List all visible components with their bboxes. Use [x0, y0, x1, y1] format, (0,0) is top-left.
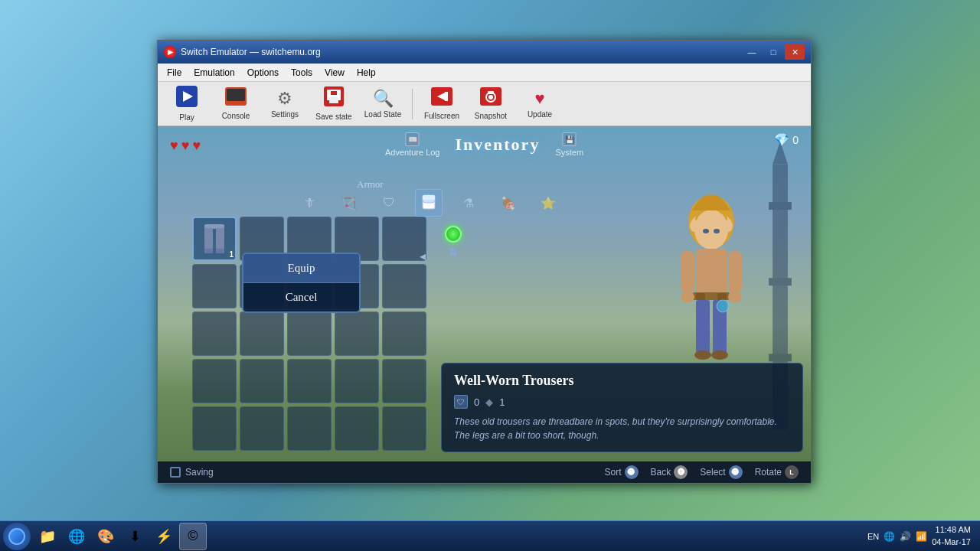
svg-rect-3: [227, 89, 245, 101]
window-controls: — □ ✕: [742, 44, 805, 60]
menubar: File Emulation Options Tools View Help: [158, 64, 811, 82]
select-label: Select: [700, 467, 725, 478]
cancel-button[interactable]: Cancel: [243, 283, 359, 311]
grid-cell-2-0[interactable]: [192, 311, 237, 356]
taskbar-app-file-manager[interactable]: 📁: [34, 523, 61, 550]
svg-rect-42: [681, 251, 694, 293]
grid-cell-2-1[interactable]: [240, 311, 284, 356]
hud-top: ♥ ♥ ♥: [158, 126, 811, 165]
taskbar-apps: 📁 🌐 🎨 ⬇ ⚡ ©: [34, 523, 861, 550]
tab-materials[interactable]: ⚗: [455, 189, 482, 217]
tab-food[interactable]: 🍖: [495, 189, 522, 217]
back-control: Back 🅑: [651, 465, 688, 479]
tab-key-items[interactable]: ⭐: [534, 189, 562, 217]
tab-bows[interactable]: 🏹: [335, 189, 363, 217]
heart-3: ♥: [192, 138, 201, 154]
grid-cell-2-2[interactable]: [287, 311, 332, 356]
item-name: Well-Worn Trousers: [454, 373, 790, 389]
grid-cell-0-0[interactable]: 1: [192, 217, 237, 261]
rotate-control: Rotate L: [755, 465, 799, 479]
grid-cell-4-4[interactable]: [382, 406, 426, 451]
tab-weapons[interactable]: 🗡: [296, 189, 323, 217]
sort-control: Sort 🅐: [605, 465, 639, 479]
fullscreen-button[interactable]: Fullscreen: [419, 85, 465, 123]
grid-cell-1-0[interactable]: [192, 264, 237, 308]
taskbar-app-downloader[interactable]: ⬇: [121, 523, 149, 550]
context-menu: Equip Cancel: [242, 253, 361, 313]
svg-point-48: [714, 229, 720, 233]
taskbar-app-photoshop[interactable]: 🎨: [92, 523, 119, 550]
menu-emulation[interactable]: Emulation: [188, 66, 240, 80]
select-control: Select 🅐: [700, 465, 742, 479]
item-description: These old trousers are threadbare in spo…: [454, 415, 790, 442]
settings-button[interactable]: ⚙ Settings: [262, 85, 308, 123]
svg-rect-36: [696, 293, 705, 300]
grid-cell-3-1[interactable]: [240, 359, 284, 403]
svg-point-46: [717, 300, 729, 312]
menu-tools[interactable]: Tools: [285, 66, 318, 80]
grid-cell-4-2[interactable]: [287, 406, 332, 451]
rotate-button-icon: L: [785, 465, 799, 479]
grid-cell-3-3[interactable]: [335, 359, 379, 403]
snapshot-button[interactable]: Snapshot: [468, 85, 514, 123]
snapshot-label: Snapshot: [475, 112, 507, 120]
load-state-button[interactable]: 🔍 Load State: [360, 85, 406, 123]
svg-rect-24: [204, 228, 213, 249]
menu-help[interactable]: Help: [351, 66, 382, 80]
load-state-label: Load State: [364, 110, 401, 119]
taskbar-time: 11:48 AM: [932, 524, 971, 536]
svg-rect-26: [204, 249, 213, 253]
grid-cell-4-1[interactable]: [240, 406, 284, 451]
rotate-label: Rotate: [755, 467, 782, 478]
grid-row-4: [192, 406, 426, 451]
tab-shields[interactable]: 🛡: [375, 189, 403, 217]
start-button[interactable]: [3, 523, 31, 550]
maximize-button[interactable]: □: [763, 44, 783, 60]
category-tabs: 🗡 🏹 🛡 ⚗ 🍖 ⭐: [296, 189, 562, 217]
taskbar-app-flash[interactable]: ⚡: [150, 523, 178, 550]
grid-cell-3-0[interactable]: [192, 359, 237, 403]
grid-cell-4-0[interactable]: [192, 406, 237, 451]
fullscreen-icon: [431, 87, 452, 110]
update-button[interactable]: ♥ Update: [517, 85, 563, 123]
bottom-bar: Saving Sort 🅐 Back 🅑 Select 🅐 Rotate L: [158, 461, 811, 483]
svg-point-45: [728, 292, 742, 302]
grid-row-3: [192, 359, 426, 403]
cell-count-0-0: 1: [229, 250, 234, 259]
console-button[interactable]: Console: [213, 85, 259, 123]
console-icon: [225, 87, 247, 110]
save-state-button[interactable]: Save state: [311, 85, 357, 123]
grid-cell-3-2[interactable]: [287, 359, 332, 403]
load-state-icon: 🔍: [373, 89, 394, 109]
select-button-icon: 🅐: [729, 465, 743, 479]
svg-point-47: [703, 229, 709, 233]
tab-armor[interactable]: [415, 189, 443, 217]
menu-options[interactable]: Options: [241, 66, 285, 80]
svg-rect-34: [696, 249, 727, 295]
fullscreen-label: Fullscreen: [424, 112, 459, 120]
menu-view[interactable]: View: [318, 66, 351, 80]
svg-point-41: [711, 350, 728, 360]
back-label: Back: [651, 467, 671, 478]
save-state-label: Save state: [315, 112, 351, 121]
grid-cell-4-3[interactable]: [335, 406, 379, 451]
grid-cell-2-4[interactable]: [382, 311, 426, 356]
grid-cell-1-4[interactable]: [382, 264, 426, 308]
equip-button[interactable]: Equip: [243, 254, 359, 283]
taskbar-app-browser[interactable]: 🌐: [63, 523, 90, 550]
svg-rect-4: [231, 103, 240, 104]
minimize-button[interactable]: —: [742, 44, 762, 60]
taskbar-clock[interactable]: 11:48 AM 04-Mar-17: [932, 524, 971, 548]
svg-rect-25: [216, 228, 224, 249]
saving-spinner-icon: [170, 467, 181, 478]
taskbar-app-emulator[interactable]: ©: [179, 523, 207, 550]
play-button[interactable]: Play: [164, 85, 210, 123]
close-button[interactable]: ✕: [785, 44, 805, 60]
grid-cell-3-4[interactable]: [382, 359, 426, 403]
console-label: Console: [222, 112, 250, 120]
hearts-display: ♥ ♥ ♥: [170, 138, 201, 154]
play-label: Play: [179, 113, 194, 122]
locale-indicator: EN: [867, 532, 879, 541]
grid-cell-2-3[interactable]: [335, 311, 379, 356]
menu-file[interactable]: File: [161, 66, 188, 80]
